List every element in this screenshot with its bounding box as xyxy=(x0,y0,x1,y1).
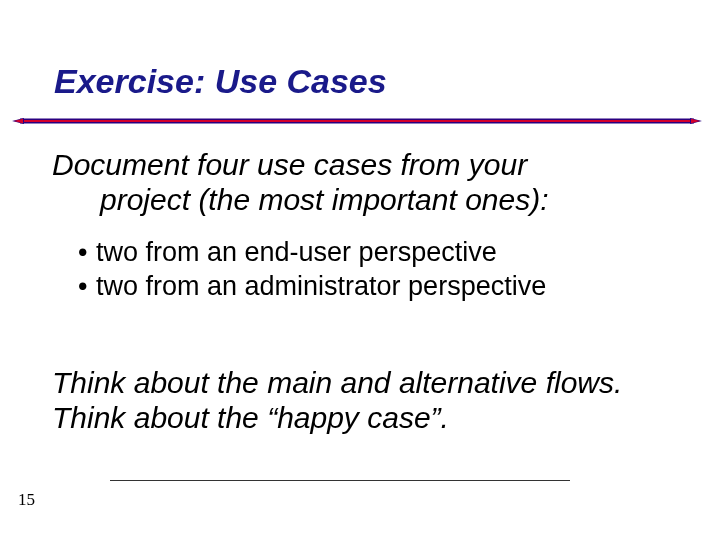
list-item: • two from an end-user perspective xyxy=(78,236,698,270)
bullet-dot-icon: • xyxy=(78,270,96,304)
slide-title: Exercise: Use Cases xyxy=(54,62,387,101)
intro-text: Document four use cases from your projec… xyxy=(52,148,692,217)
intro-line2: project (the most important ones): xyxy=(52,183,692,218)
bullet-dot-icon: • xyxy=(78,236,96,270)
bullet-text: two from an administrator perspective xyxy=(96,270,546,304)
intro-line1: Document four use cases from your xyxy=(52,148,527,181)
page-number: 15 xyxy=(18,490,35,510)
closing-text: Think about the main and alternative flo… xyxy=(52,366,682,435)
bullet-list: • two from an end-user perspective • two… xyxy=(78,236,698,304)
footer-divider xyxy=(110,480,570,481)
bullet-text: two from an end-user perspective xyxy=(96,236,497,270)
title-underline-arrow xyxy=(12,118,702,124)
list-item: • two from an administrator perspective xyxy=(78,270,698,304)
